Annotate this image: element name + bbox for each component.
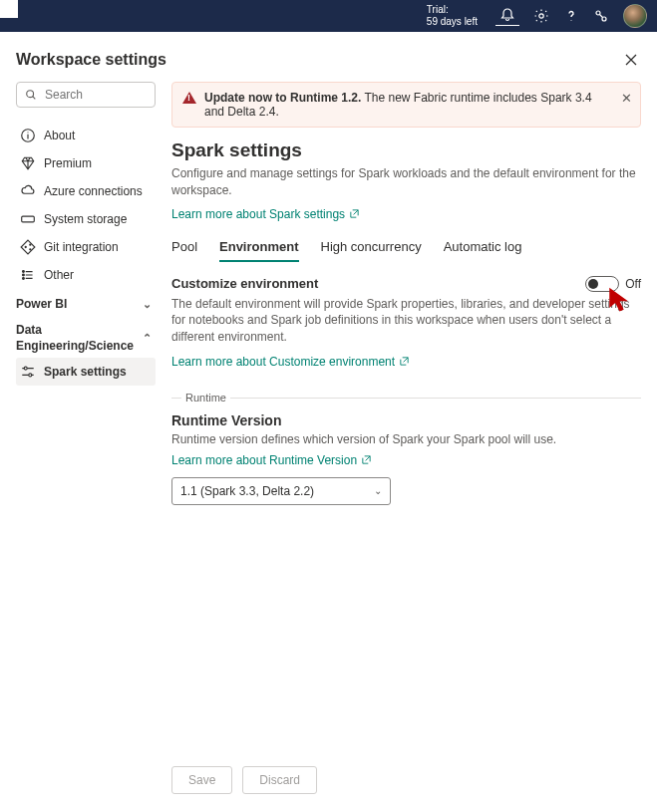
sidebar: About Premium Azure connections System s…: [16, 82, 156, 812]
toggle-knob-icon: [588, 279, 598, 289]
sidebar-item-spark-settings[interactable]: Spark settings: [16, 358, 156, 386]
footer-actions: Save Discard: [171, 766, 317, 794]
runtime-version-select[interactable]: 1.1 (Spark 3.3, Delta 2.2) ⌄: [171, 477, 391, 505]
bell-underline-icon: [495, 25, 519, 26]
customize-learn-more-link[interactable]: Learn more about Customize environment: [171, 355, 410, 369]
runtime-fieldset: Runtime Runtime Version Runtime version …: [171, 383, 641, 505]
section-title: Spark settings: [171, 139, 641, 161]
page-body: Workspace settings About Premium: [0, 32, 657, 812]
svg-point-8: [29, 248, 31, 250]
sidebar-group-label: Power BI: [16, 297, 67, 311]
sidebar-group-label: Data Engineering/Science: [16, 323, 134, 354]
app-launcher-box[interactable]: [0, 0, 18, 18]
trial-line2: 59 days left: [427, 16, 478, 28]
svg-point-12: [24, 367, 27, 370]
customize-toggle-wrap: Off: [585, 276, 641, 292]
tab-environment[interactable]: Environment: [219, 239, 298, 262]
customize-toggle[interactable]: [585, 276, 619, 292]
help-icon[interactable]: [563, 8, 579, 24]
sidebar-group-data-eng[interactable]: Data Engineering/Science ⌃: [16, 315, 156, 358]
top-bar: Trial: 59 days left: [0, 0, 657, 32]
runtime-version-title: Runtime Version: [171, 412, 641, 428]
warning-triangle-icon: [182, 92, 196, 104]
spark-learn-more-link[interactable]: Learn more about Spark settings: [171, 207, 641, 221]
storage-icon: [20, 211, 36, 227]
external-link-icon: [349, 208, 360, 219]
runtime-version-desc: Runtime version defines which version of…: [171, 432, 641, 446]
user-avatar[interactable]: [623, 4, 647, 28]
alert-close-button[interactable]: ✕: [621, 91, 632, 106]
search-box[interactable]: [16, 82, 156, 108]
sidebar-item-label: Git integration: [44, 240, 119, 254]
settings-gear-icon[interactable]: [533, 8, 549, 24]
tab-automatic-log[interactable]: Automatic log: [444, 239, 522, 262]
sidebar-item-other[interactable]: Other: [16, 261, 156, 289]
discard-button[interactable]: Discard: [242, 766, 317, 794]
toggle-state-label: Off: [625, 277, 641, 291]
sidebar-item-label: Spark settings: [44, 365, 127, 379]
search-icon: [23, 87, 39, 103]
sliders-icon: [20, 364, 36, 380]
list-icon: [20, 267, 36, 283]
runtime-learn-more-link[interactable]: Learn more about Runtime Version: [171, 453, 372, 467]
trial-line1: Trial:: [427, 4, 478, 16]
svg-point-2: [602, 17, 606, 21]
svg-point-0: [539, 14, 543, 18]
trial-status[interactable]: Trial: 59 days left: [427, 4, 478, 28]
sidebar-item-premium[interactable]: Premium: [16, 149, 156, 177]
close-panel-button[interactable]: [621, 50, 641, 70]
sidebar-item-azure[interactable]: Azure connections: [16, 177, 156, 205]
customize-section: Customize environment Off The default en…: [171, 276, 641, 369]
sidebar-item-label: About: [44, 129, 75, 142]
sidebar-item-storage[interactable]: System storage: [16, 205, 156, 233]
info-icon: [20, 128, 36, 143]
sidebar-item-label: Azure connections: [44, 184, 143, 198]
svg-point-3: [27, 91, 34, 98]
select-value: 1.1 (Spark 3.3, Delta 2.2): [180, 484, 314, 498]
sidebar-item-label: System storage: [44, 212, 127, 226]
sidebar-item-git[interactable]: Git integration: [16, 233, 156, 261]
svg-point-7: [29, 244, 31, 246]
page-title: Workspace settings: [16, 51, 166, 69]
git-icon: [20, 239, 36, 255]
sidebar-item-label: Other: [44, 268, 74, 282]
save-button[interactable]: Save: [171, 766, 232, 794]
diamond-icon: [20, 155, 36, 171]
customize-title: Customize environment: [171, 276, 318, 291]
sidebar-item-about[interactable]: About: [16, 122, 156, 149]
svg-point-13: [29, 374, 32, 377]
search-input[interactable]: [45, 88, 149, 102]
section-desc: Configure and manage settings for Spark …: [171, 165, 641, 199]
svg-point-10: [23, 274, 25, 276]
tab-high-concurrency[interactable]: High concurrency: [321, 239, 422, 262]
bell-icon: [499, 7, 515, 23]
svg-point-9: [23, 271, 25, 273]
main-content: Update now to Runtime 1.2. The new Fabri…: [171, 82, 641, 812]
tabs: Pool Environment High concurrency Automa…: [171, 239, 641, 262]
chevron-up-icon: ⌃: [143, 331, 152, 345]
sidebar-item-label: Premium: [44, 156, 92, 170]
customize-desc: The default environment will provide Spa…: [171, 296, 641, 346]
cloud-icon: [20, 183, 36, 199]
feedback-icon[interactable]: [593, 8, 609, 24]
svg-point-1: [596, 11, 600, 15]
tab-pool[interactable]: Pool: [171, 239, 197, 262]
notifications-wrap[interactable]: [495, 7, 519, 26]
svg-rect-5: [22, 216, 35, 222]
chevron-down-icon: ⌄: [143, 298, 152, 311]
svg-point-6: [25, 246, 27, 248]
alert-text: Update now to Runtime 1.2. The new Fabri…: [204, 91, 612, 119]
runtime-legend: Runtime: [181, 392, 230, 404]
chevron-down-icon: ⌄: [374, 485, 382, 496]
external-link-icon: [361, 454, 372, 465]
update-alert: Update now to Runtime 1.2. The new Fabri…: [171, 82, 641, 128]
svg-point-11: [23, 278, 25, 280]
sidebar-group-powerbi[interactable]: Power BI ⌄: [16, 289, 156, 315]
external-link-icon: [399, 356, 410, 367]
